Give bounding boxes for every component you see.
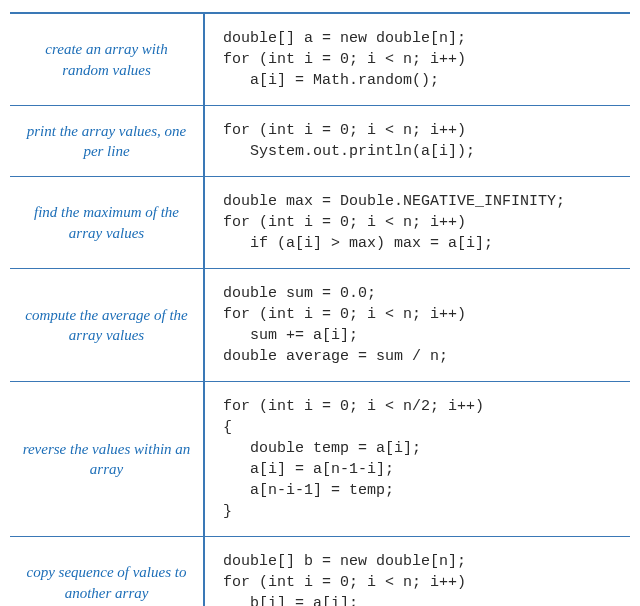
code-examples-table: create an array with random values doubl… [10,12,630,606]
row-label: find the maximum of the array values [10,177,205,268]
row-code: double max = Double.NEGATIVE_INFINITY; f… [205,177,630,268]
table-row: print the array values, one per line for… [10,106,630,177]
row-label: create an array with random values [10,14,205,105]
table-row: create an array with random values doubl… [10,14,630,106]
row-code: for (int i = 0; i < n/2; i++) { double t… [205,382,630,536]
row-code: for (int i = 0; i < n; i++) System.out.p… [205,106,630,176]
table-row: compute the average of the array values … [10,269,630,382]
table-row: reverse the values within an array for (… [10,382,630,537]
row-label: copy sequence of values to another array [10,537,205,606]
row-code: double[] b = new double[n]; for (int i =… [205,537,630,606]
row-label: print the array values, one per line [10,106,205,176]
row-label: compute the average of the array values [10,269,205,381]
row-code: double sum = 0.0; for (int i = 0; i < n;… [205,269,630,381]
table-row: copy sequence of values to another array… [10,537,630,606]
row-label: reverse the values within an array [10,382,205,536]
table-row: find the maximum of the array values dou… [10,177,630,269]
row-code: double[] a = new double[n]; for (int i =… [205,14,630,105]
